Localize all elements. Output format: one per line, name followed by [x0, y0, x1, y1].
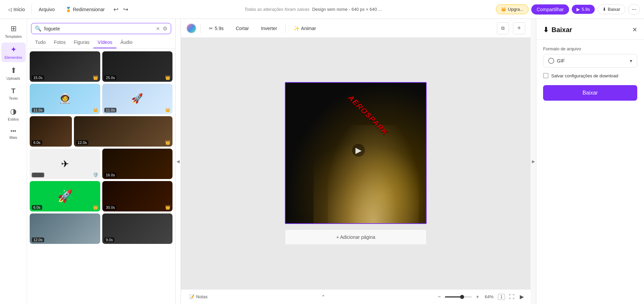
video-duration-7: 13.0s — [32, 173, 44, 177]
zoom-in-button[interactable]: + — [475, 293, 480, 301]
video-item-3[interactable]: 🧑‍🚀 11.0s 👑 — [30, 84, 100, 114]
share-button[interactable]: Compartilhar — [531, 4, 569, 15]
notes-label: Notas — [196, 294, 208, 299]
cut-icon: ✂ — [209, 26, 213, 31]
tab-tudo-label: Tudo — [35, 40, 46, 45]
video-duration-10: 30.0s — [104, 205, 117, 210]
scroll-right-button[interactable]: ▶ — [518, 292, 525, 301]
format-select-inner: GIF — [548, 58, 565, 64]
search-box[interactable]: 🔍 ✕ ⚙ — [31, 23, 171, 34]
design-name[interactable]: Design sem nome - 640 px × 640 ... — [312, 7, 382, 12]
video-crown-10: 👑 — [165, 205, 170, 210]
download-panel: ⬇ Baixar ✕ Formato de arquivo GIF ▾ Salv… — [536, 19, 644, 304]
home-label: Início — [14, 7, 25, 12]
video-item-1[interactable]: 15.0s 👑 — [30, 51, 100, 82]
expand-pages-button[interactable]: ⌃ — [320, 293, 327, 301]
video-item-10[interactable]: 30.0s 👑 — [102, 181, 173, 211]
video-item-9[interactable]: 🚀 6.0s 👑 — [30, 181, 100, 211]
color-palette-button[interactable] — [186, 23, 196, 33]
topbar: ◁ Início Arquivo 🏅 Redimensionar ↩ ↪ Tod… — [0, 0, 644, 19]
bottom-bar-right: − + 64% 1 ⛶ ▶ — [436, 292, 525, 301]
baixar-label: Baixar — [583, 90, 598, 96]
video-duration-8: 16.0s — [104, 173, 117, 177]
sidebar-item-templates[interactable]: ⊞ Templates — [1, 22, 26, 41]
video-item-5[interactable]: 6.0s — [30, 116, 72, 147]
video-duration-12: 9.0s — [104, 237, 115, 242]
upgrade-button[interactable]: 👑 Upgra... — [496, 4, 529, 14]
home-button[interactable]: ◁ Início — [4, 5, 29, 14]
duplicate-page-button[interactable]: ⧉ — [497, 22, 509, 34]
video-item-2[interactable]: 25.0s 👑 — [102, 51, 173, 82]
video-item-6[interactable]: 12.0s 👑 — [74, 116, 172, 147]
panel-collapse-handle[interactable]: ◀ — [176, 19, 181, 304]
video-item-8[interactable]: 16.0s — [102, 149, 173, 179]
play-button[interactable]: ▶ 5.9s — [572, 5, 595, 14]
sidebar-item-texto[interactable]: T Texto — [1, 84, 26, 103]
video-item-4[interactable]: 🚀 11.0s 👑 — [102, 84, 173, 114]
animate-label: Animar — [301, 26, 316, 31]
search-filter-icon[interactable]: ⚙ — [163, 25, 167, 32]
tab-audio-label: Áudio — [120, 40, 133, 45]
save-settings-label[interactable]: Salvar configurações de download — [551, 73, 618, 78]
format-select-dropdown[interactable]: GIF ▾ — [543, 54, 637, 68]
fire-glow — [314, 146, 426, 223]
upgrade-label: Upgra... — [508, 7, 524, 12]
zoom-out-button[interactable]: − — [436, 293, 442, 301]
video-crown-9: 👑 — [93, 205, 98, 210]
tab-figuras[interactable]: Figuras — [70, 37, 93, 48]
cut-time-button[interactable]: ✂ 5.9s — [205, 24, 227, 33]
notes-icon: 📝 — [189, 294, 194, 299]
notes-button[interactable]: 📝 Notas — [186, 293, 210, 301]
arquivo-button[interactable]: Arquivo — [34, 5, 58, 14]
baixar-button[interactable]: Baixar — [543, 85, 637, 101]
canvas-play-button[interactable]: ▶ — [352, 144, 365, 157]
zoom-slider-thumb[interactable] — [460, 295, 464, 299]
tab-videos-label: Vídeos — [98, 40, 112, 45]
page-number-badge: 1 — [498, 294, 505, 300]
cut-button[interactable]: Cortar — [232, 24, 253, 33]
tab-audio[interactable]: Áudio — [116, 37, 137, 48]
undo-button[interactable]: ↩ — [111, 4, 120, 15]
astronaut-emoji: 🧑‍🚀 — [59, 93, 71, 104]
download-panel-close-button[interactable]: ✕ — [632, 26, 637, 33]
zoom-slider[interactable] — [445, 296, 472, 298]
video-duration-4: 11.0s — [104, 108, 117, 112]
topbar-center: Todas as alterações foram salvas Design … — [133, 7, 493, 12]
close-icon: ✕ — [632, 26, 637, 33]
video-item-11[interactable]: 12.0s — [30, 213, 100, 244]
save-settings-checkbox[interactable] — [543, 73, 548, 78]
download-button-top[interactable]: ⬇ Baixar — [597, 4, 625, 14]
sidebar-item-mais[interactable]: ••• Mais — [1, 125, 26, 142]
more-button-top[interactable]: ··· — [628, 4, 640, 15]
zoom-slider-fill — [445, 296, 462, 298]
tab-fotos-label: Fotos — [54, 40, 65, 45]
tab-fotos[interactable]: Fotos — [50, 37, 70, 48]
video-item-12[interactable]: 9.0s — [102, 213, 173, 244]
fullscreen-button[interactable]: ⛶ — [508, 293, 516, 301]
redimensionar-button[interactable]: 🏅 Redimensionar — [61, 5, 109, 14]
video-duration-5: 6.0s — [32, 140, 42, 145]
tab-tudo[interactable]: Tudo — [31, 37, 50, 48]
search-input[interactable] — [44, 26, 153, 31]
animate-button[interactable]: ✨ Animar — [290, 24, 320, 33]
sidebar-item-uploads[interactable]: ⬆ Uploads — [1, 64, 26, 83]
search-panel: 🔍 ✕ ⚙ Tudo Fotos Figuras Vídeos Áudio — [27, 19, 176, 304]
video-row-5: 🚀 6.0s 👑 30.0s 👑 — [30, 181, 172, 211]
sidebar-item-estilos[interactable]: ◑ Estilos — [1, 104, 26, 124]
invert-button[interactable]: Inverter — [257, 24, 281, 33]
toolbar-divider-1 — [200, 24, 201, 33]
search-clear-icon[interactable]: ✕ — [156, 26, 160, 31]
canvas-frame[interactable]: AEROSPARK ▶ — [285, 82, 427, 224]
download-panel-body: Formato de arquivo GIF ▾ Salvar configur… — [536, 40, 644, 107]
zoom-percent-label[interactable]: 64% — [483, 294, 495, 299]
panel-search-area: 🔍 ✕ ⚙ — [27, 19, 175, 37]
add-page-toolbar-button[interactable]: + — [513, 22, 525, 34]
tab-videos[interactable]: Vídeos — [93, 37, 116, 48]
sidebar-item-elementos[interactable]: ✦ Elementos — [1, 43, 26, 62]
right-collapse-handle[interactable]: ▶ — [531, 19, 536, 304]
redo-button[interactable]: ↪ — [121, 4, 130, 15]
download-title-icon: ⬇ — [543, 26, 549, 34]
video-item-7[interactable]: ✈ 13.0s 🛡️ — [30, 149, 100, 179]
format-value-label: GIF — [557, 58, 565, 64]
add-page-button[interactable]: + Adicionar página — [285, 229, 427, 245]
